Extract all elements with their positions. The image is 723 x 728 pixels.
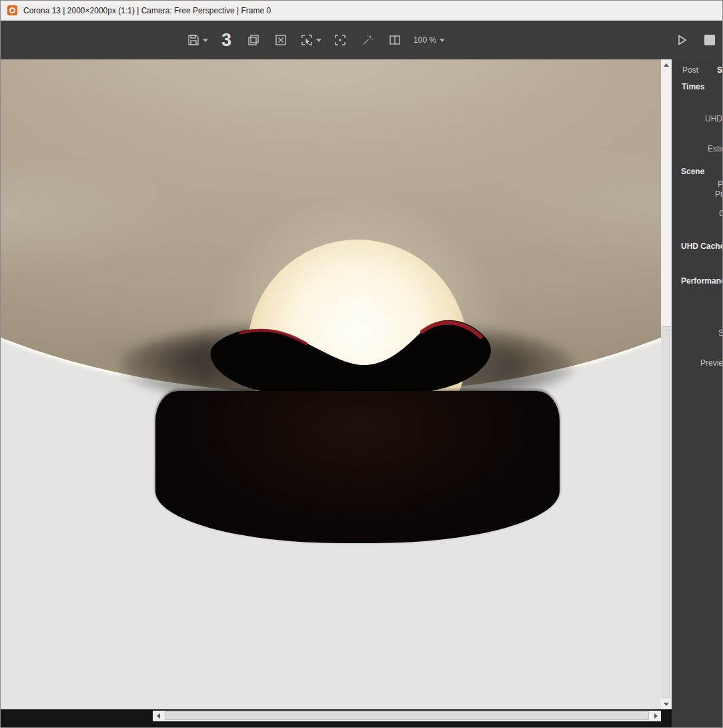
save-icon [186, 33, 201, 47]
clear-icon [273, 33, 288, 47]
clear-vfb-button[interactable] [272, 29, 289, 51]
stat-row-estimated: Estim [708, 144, 723, 153]
save-button[interactable] [186, 29, 208, 51]
save-dropdown-caret-icon[interactable] [203, 39, 208, 42]
window-title: Corona 13 | 2000×2000px (1:1) | Camera: … [23, 6, 271, 15]
stop-render-button[interactable] [701, 29, 718, 51]
denoise-button[interactable] [359, 29, 376, 51]
window-titlebar[interactable]: Corona 13 | 2000×2000px (1:1) | Camera: … [1, 1, 722, 21]
stat-row-s: S [718, 328, 723, 338]
region-render-button[interactable] [299, 29, 321, 51]
vertical-scrollbar[interactable] [661, 59, 672, 709]
corona-vfb-window: Corona 13 | 2000×2000px (1:1) | Camera: … [0, 0, 723, 728]
arrow-left-icon [157, 713, 160, 719]
copy-icon [246, 33, 261, 47]
focus-icon [333, 33, 347, 47]
toolbar-main-group: 3 [186, 21, 445, 59]
stat-row-previews: Previe [700, 358, 723, 368]
arrow-down-icon [664, 703, 669, 706]
stat-row-g: G [719, 209, 723, 218]
bottom-bar [1, 709, 672, 728]
region-dropdown-caret-icon[interactable] [316, 39, 321, 42]
arrow-right-icon [654, 713, 658, 719]
corona-app-icon [7, 5, 17, 15]
ab-compare-button[interactable] [386, 29, 404, 51]
scroll-left-button[interactable] [153, 711, 163, 721]
toolbar-render-group [673, 21, 718, 59]
zoom-dropdown-caret-icon [440, 39, 445, 42]
stat-row-p: P [718, 179, 723, 189]
tab-post[interactable]: Post [682, 65, 698, 75]
compare-icon [388, 33, 402, 47]
stat-row-pr: Pr [715, 190, 723, 199]
stats-panel: Post St Times UHD Estim Scene P Pr G UHD… [672, 59, 723, 728]
scroll-right-button[interactable] [650, 711, 661, 721]
scroll-up-button[interactable] [661, 59, 672, 70]
horizontal-scroll-thumb[interactable] [165, 711, 649, 720]
stop-icon [702, 32, 718, 48]
section-scene: Scene [681, 167, 704, 176]
section-times: Times [682, 82, 704, 91]
play-icon [674, 32, 690, 48]
render-lamp-base [155, 391, 560, 543]
zoom-level-dropdown[interactable]: 100 % [414, 29, 445, 51]
region-render-icon [299, 33, 314, 47]
vertical-scroll-thumb[interactable] [662, 326, 670, 700]
horizontal-scrollbar[interactable] [153, 711, 661, 721]
stat-row-uhd: UHD [705, 114, 722, 123]
tab-stats[interactable]: St [717, 65, 723, 75]
focus-zoom-button[interactable] [331, 29, 349, 51]
denoise-wand-icon [360, 33, 375, 47]
section-uhd-cache: UHD Cache [681, 242, 723, 251]
section-performance: Performance [681, 276, 723, 286]
arrow-up-icon [664, 63, 669, 67]
render-canvas[interactable] [1, 59, 661, 709]
vfb-toolbar: 3 [1, 21, 722, 59]
start-render-button[interactable] [673, 29, 690, 51]
zoom-level-value: 100 % [414, 35, 436, 45]
duplicate-to-history-button[interactable] [245, 29, 262, 51]
scroll-down-button[interactable] [661, 699, 672, 709]
history-count: 3 [221, 31, 231, 49]
